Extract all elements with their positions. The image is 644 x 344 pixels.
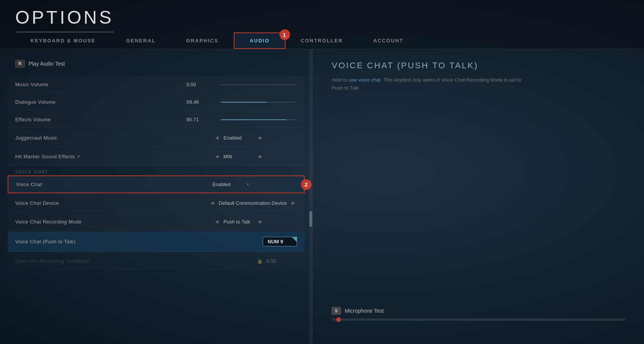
effects-volume-row: Effects Volume 85.71 bbox=[8, 111, 305, 128]
juggernaut-next-btn[interactable]: ▶ bbox=[257, 134, 264, 141]
nav-tabs: KEYBOARD & MOUSE GENERAL GRAPHICS AUDIO … bbox=[15, 32, 629, 49]
settings-list: Music Volume 0.00 Dialogue Volume 59.46 bbox=[0, 76, 312, 166]
push-to-talk-key-text: NUM 9 bbox=[268, 239, 283, 244]
recording-next-btn[interactable]: ▶ bbox=[257, 218, 264, 225]
voice-chat-section-label: Voice Chat bbox=[0, 166, 312, 175]
tab-keyboard-mouse[interactable]: KEYBOARD & MOUSE bbox=[15, 32, 111, 49]
help-text-before: Hold to bbox=[332, 77, 349, 83]
device-prev-btn[interactable]: ◀ bbox=[209, 199, 216, 206]
push-to-talk-value: NUM 9 bbox=[263, 237, 297, 246]
juggernaut-prev-btn[interactable]: ◀ bbox=[213, 134, 220, 141]
voice-chat-device-row: Voice Chat Device ◀ Default Communicatio… bbox=[8, 194, 305, 212]
play-audio-key-badge: R bbox=[15, 60, 25, 68]
voice-chat-recording-value: ◀ Push to Talk ▶ bbox=[213, 218, 297, 225]
voice-chat-device-label: Voice Chat Device bbox=[15, 200, 209, 206]
juggernaut-music-label: Juggernaut Music bbox=[15, 135, 213, 141]
music-volume-value: 0.00 bbox=[186, 82, 297, 87]
voice-chat-recording-label: Voice Chat Recording Mode bbox=[15, 219, 213, 225]
hit-marker-label: Hit Marker Sound Effects ↗ bbox=[15, 154, 213, 159]
tab-audio[interactable]: AUDIO 1 bbox=[234, 32, 286, 49]
external-link-icon: ↗ bbox=[76, 154, 80, 159]
dialogue-volume-slider[interactable] bbox=[221, 102, 297, 103]
scrollbar-thumb[interactable] bbox=[309, 211, 312, 227]
mic-test-header: S Microphone Test bbox=[332, 307, 625, 315]
hit-marker-next-btn[interactable]: ▶ bbox=[257, 153, 264, 160]
effects-volume-value: 85.71 bbox=[186, 117, 297, 122]
dialogue-volume-row: Dialogue Volume 59.46 bbox=[8, 94, 305, 111]
hit-marker-row: Hit Marker Sound Effects ↗ ◀ MW ▶ bbox=[8, 148, 305, 166]
tab-general[interactable]: GENERAL bbox=[111, 32, 171, 49]
tab-controller[interactable]: CONTROLLER bbox=[286, 32, 358, 49]
open-mic-label: Open Mic Recording Threshold bbox=[15, 258, 257, 264]
juggernaut-music-value: ◀ Enabled ▶ bbox=[213, 134, 297, 141]
music-volume-label: Music Volume bbox=[15, 82, 186, 87]
play-audio-test-label: Play Audio Test bbox=[29, 61, 65, 67]
dialogue-volume-value: 59.46 bbox=[186, 99, 297, 105]
dialogue-volume-text: 59.46 bbox=[186, 99, 217, 105]
voice-chat-device-value: ◀ Default Communication Device ▶ bbox=[209, 199, 297, 206]
scrollbar[interactable] bbox=[309, 49, 312, 344]
voice-chat-settings-list: Voice Chat Enabled ▼ 2 Voice Chat Device… bbox=[0, 175, 312, 270]
keybind-corner-decoration bbox=[292, 237, 297, 242]
mic-bar-track bbox=[332, 318, 625, 321]
effects-volume-label: Effects Volume bbox=[15, 117, 186, 122]
page-title: OPTIONS bbox=[15, 7, 114, 32]
help-description: Hold to use voice chat. This keybind onl… bbox=[332, 76, 522, 92]
music-volume-slider[interactable] bbox=[221, 84, 297, 85]
dialogue-volume-label: Dialogue Volume bbox=[15, 99, 186, 105]
header: OPTIONS KEYBOARD & MOUSE GENERAL GRAPHIC… bbox=[0, 0, 644, 49]
music-volume-row: Music Volume 0.00 bbox=[8, 76, 305, 93]
effects-volume-slider[interactable] bbox=[221, 119, 297, 120]
effects-volume-text: 85.71 bbox=[186, 117, 217, 122]
push-to-talk-keybind[interactable]: NUM 9 bbox=[263, 237, 297, 246]
lock-icon: 🔒 bbox=[257, 259, 263, 264]
voice-chat-text: Enabled bbox=[212, 182, 243, 187]
voice-chat-dropdown-arrow[interactable]: ▼ bbox=[246, 182, 250, 186]
voice-chat-device-text: Default Communication Device bbox=[219, 200, 287, 206]
mic-test-section: S Microphone Test bbox=[332, 307, 625, 321]
help-link[interactable]: use voice chat bbox=[349, 77, 381, 83]
push-to-talk-label: Voice Chat (Push to Talk) bbox=[15, 239, 263, 244]
voice-chat-value: Enabled ▼ bbox=[212, 182, 296, 187]
voice-chat-label: Voice Chat bbox=[16, 182, 212, 187]
device-next-btn[interactable]: ▶ bbox=[290, 199, 297, 206]
tab-graphics[interactable]: GRAPHICS bbox=[171, 32, 234, 49]
main-content: R Play Audio Test Music Volume 0.00 bbox=[0, 49, 644, 344]
open-mic-value: 🔒 0.50 bbox=[257, 258, 297, 264]
hit-marker-text: MW bbox=[223, 154, 254, 159]
mic-level-dot bbox=[336, 317, 341, 322]
juggernaut-music-text: Enabled bbox=[223, 135, 254, 141]
tab-account[interactable]: ACCOUNT bbox=[358, 32, 419, 49]
juggernaut-music-row: Juggernaut Music ◀ Enabled ▶ bbox=[8, 129, 305, 147]
open-mic-row: Open Mic Recording Threshold 🔒 0.50 bbox=[8, 253, 305, 270]
mic-test-label: Microphone Test bbox=[345, 308, 384, 314]
voice-chat-recording-row: Voice Chat Recording Mode ◀ Push to Talk… bbox=[8, 213, 305, 231]
hit-marker-prev-btn[interactable]: ◀ bbox=[213, 153, 220, 160]
mic-key-badge: S bbox=[332, 307, 341, 315]
voice-chat-recording-text: Push to Talk bbox=[223, 219, 254, 225]
voice-chat-row: Voice Chat Enabled ▼ 2 bbox=[8, 175, 305, 193]
hit-marker-value: ◀ MW ▶ bbox=[213, 153, 297, 160]
play-audio-test-row[interactable]: R Play Audio Test bbox=[0, 57, 312, 71]
recording-prev-btn[interactable]: ◀ bbox=[213, 218, 220, 225]
push-to-talk-row: Voice Chat (Push to Talk) NUM 9 bbox=[8, 231, 305, 252]
open-mic-text: 0.50 bbox=[267, 258, 297, 264]
help-title: VOICE CHAT (PUSH TO TALK) bbox=[332, 61, 625, 71]
left-panel: R Play Audio Test Music Volume 0.00 bbox=[0, 49, 313, 344]
music-volume-text: 0.00 bbox=[186, 82, 217, 87]
right-panel: VOICE CHAT (PUSH TO TALK) Hold to use vo… bbox=[313, 49, 644, 344]
